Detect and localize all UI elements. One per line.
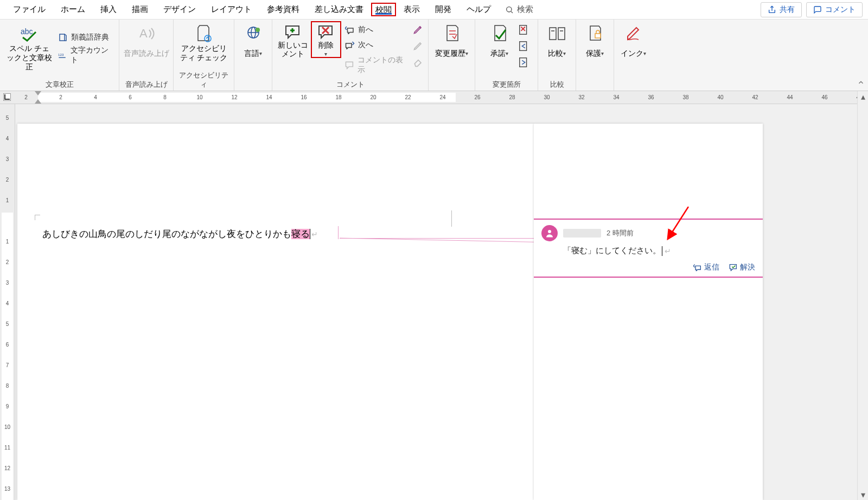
- svg-rect-22: [558, 28, 565, 40]
- share-button[interactable]: 共有: [761, 2, 802, 17]
- tab-view[interactable]: 表示: [396, 1, 427, 18]
- pen-icon[interactable]: [413, 40, 424, 51]
- thesaurus-button[interactable]: 類義語辞典: [56, 31, 114, 43]
- comment-card[interactable]: 2 時間前 「寝む」にしてください。 ↵ 返信 解決: [534, 219, 763, 278]
- search-box[interactable]: 検索: [499, 4, 540, 15]
- group-comments: 新しいコメント 削除 ▾ 前へ 次へ コメントの表示: [272, 20, 429, 91]
- vertical-scrollbar[interactable]: ▴ ▾: [857, 91, 868, 500]
- document-text-line[interactable]: あしびきの山鳥の尾のしだり尾のながながし夜をひとりかも寝る↵: [42, 228, 318, 240]
- tab-file[interactable]: ファイル: [5, 1, 53, 18]
- scroll-down-button[interactable]: ▾: [858, 489, 868, 500]
- tab-stop-selector[interactable]: [3, 93, 11, 101]
- search-icon: [505, 5, 514, 14]
- group-compare-label: 比較: [542, 79, 571, 89]
- eraser-icon[interactable]: [413, 56, 424, 67]
- comment-resolve-button[interactable]: 解決: [729, 262, 755, 272]
- ruler-tick: 8: [0, 383, 15, 389]
- tab-home[interactable]: ホーム: [53, 1, 93, 18]
- svg-rect-16: [519, 25, 526, 35]
- ruler-tick: 36: [642, 91, 660, 104]
- accept-icon: [492, 24, 508, 43]
- thesaurus-icon: [58, 33, 68, 42]
- ruler-tick: 4: [0, 136, 15, 142]
- comment-body[interactable]: 「寝む」にしてください。 ↵: [541, 241, 755, 260]
- vertical-ruler[interactable]: 5432112345678910111213: [0, 104, 15, 500]
- svg-text:A: A: [139, 27, 148, 40]
- tab-references[interactable]: 参考資料: [259, 1, 307, 18]
- new-comment-button[interactable]: 新しいコメント: [277, 22, 309, 59]
- group-speech: A 音声読み上げ 音声読み上げ: [119, 20, 174, 91]
- comment-icon: [813, 5, 822, 14]
- ruler-tick: 8: [156, 91, 174, 104]
- track-changes-button[interactable]: 変更履歴▾: [432, 22, 471, 65]
- delete-comment-icon: [317, 24, 335, 40]
- ruler-tick: [799, 91, 816, 104]
- scroll-up-button[interactable]: ▴: [858, 91, 868, 102]
- chevron-down-icon: ▾: [465, 50, 468, 57]
- next-comment-button[interactable]: 次へ: [343, 39, 411, 51]
- tab-mailings[interactable]: 差し込み文書: [307, 1, 371, 18]
- prev-change-icon[interactable]: [518, 40, 530, 52]
- wordcount-icon: 123: [58, 50, 67, 60]
- comment-reply-button[interactable]: 返信: [693, 262, 719, 272]
- ink-label: インク: [621, 49, 643, 59]
- language-button[interactable]: 言語▾: [238, 22, 269, 65]
- comment-avatar: [541, 225, 558, 241]
- horizontal-ruler[interactable]: 2246810121416182022242628303234363840424…: [0, 91, 868, 104]
- next-change-icon[interactable]: [518, 56, 530, 68]
- document-page[interactable]: あしびきの山鳥の尾のしだり尾のながながし夜をひとりかも寝る↵: [17, 124, 534, 500]
- language-label: 言語: [244, 49, 259, 59]
- ruler-tick: [35, 91, 52, 104]
- prev-comment-button[interactable]: 前へ: [343, 24, 411, 36]
- show-comments-icon: [345, 61, 354, 69]
- ruler-tick: 7: [0, 362, 15, 368]
- tab-design[interactable]: デザイン: [156, 1, 203, 18]
- prev-comment-label: 前へ: [358, 25, 373, 35]
- svg-point-11: [256, 28, 260, 32]
- show-comments-button[interactable]: コメントの表示: [343, 54, 411, 76]
- comment-actions: 返信 解決: [541, 260, 755, 272]
- ruler-tick: 5: [0, 321, 15, 327]
- group-changes: 承諾▾ 変更箇所: [475, 20, 538, 91]
- svg-text:abc: abc: [21, 27, 33, 36]
- comment-button[interactable]: コメント: [806, 2, 863, 17]
- tab-layout[interactable]: レイアウト: [203, 1, 259, 18]
- tab-developer[interactable]: 開発: [427, 1, 459, 18]
- accessibility-button[interactable]: アクセシビリティ チェック: [177, 22, 231, 65]
- delete-comment-button[interactable]: 削除 ▾: [311, 22, 341, 57]
- svg-point-27: [548, 230, 551, 233]
- svg-rect-25: [595, 34, 601, 38]
- document-workspace: 5432112345678910111213 あしびきの山鳥の尾のしだり尾のなが…: [0, 104, 857, 500]
- ruler-tick: [69, 91, 87, 104]
- comment-label: コメント: [825, 5, 856, 15]
- tab-review[interactable]: 校閲: [371, 3, 396, 16]
- tab-insert[interactable]: 挿入: [93, 1, 124, 18]
- ribbon-collapse-button[interactable]: [857, 79, 865, 88]
- reply-icon: [693, 264, 702, 271]
- compare-button[interactable]: 比較▾: [542, 22, 572, 65]
- ruler-tick: [590, 91, 608, 104]
- reject-icon[interactable]: [518, 24, 530, 36]
- accept-button[interactable]: 承諾▾: [483, 22, 516, 65]
- tab-help[interactable]: ヘルプ: [459, 1, 499, 18]
- ink-button[interactable]: インク▾: [618, 22, 648, 65]
- ruler-tick: 5: [0, 115, 15, 121]
- comment-caret: [662, 246, 662, 256]
- ruler-tick: 4: [87, 91, 104, 104]
- ink-comment-icon[interactable]: [413, 24, 424, 35]
- chevron-down-icon: ▾: [643, 50, 646, 57]
- ruler-tick: [833, 91, 851, 104]
- ruler-tick: 6: [0, 342, 15, 348]
- ribbon: abc スペル チェックと文章校正 類義語辞典 123 文字カウント 文章校正: [0, 20, 868, 91]
- wordcount-button[interactable]: 123 文字カウント: [56, 44, 114, 66]
- protect-button[interactable]: 保護▾: [580, 22, 610, 65]
- ruler-tick: 18: [330, 91, 347, 104]
- group-protect: 保護▾ .: [576, 20, 614, 91]
- chevron-down-icon: ▾: [324, 51, 327, 57]
- ruler-tick: 12: [226, 91, 243, 104]
- ruler-tick: 16: [295, 91, 312, 104]
- tab-draw[interactable]: 描画: [124, 1, 156, 18]
- group-accessibility: アクセシビリティ チェック アクセシビリティ: [174, 20, 234, 91]
- spelling-button[interactable]: abc スペル チェックと文章校正: [4, 22, 54, 74]
- readaloud-button[interactable]: A 音声読み上げ: [123, 22, 170, 65]
